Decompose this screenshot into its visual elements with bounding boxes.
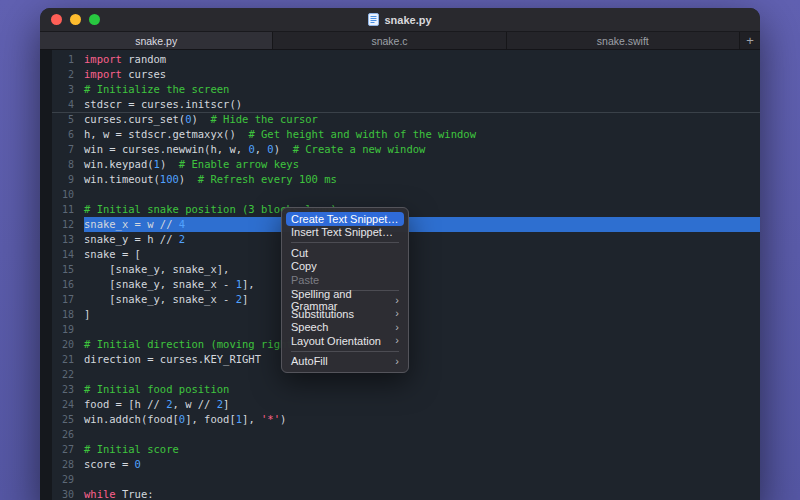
code-text: snake_y = h // 2 xyxy=(84,232,760,247)
menu-item-insert-text-snippet[interactable]: Insert Text Snippet… xyxy=(286,226,404,240)
menu-item-label: AutoFill xyxy=(291,355,328,367)
code-text: snake = [ xyxy=(84,247,760,262)
code-text: win.addch(food[0], food[1], '*') xyxy=(84,412,760,427)
code-text: ] xyxy=(84,307,760,322)
code-text: direction = curses.KEY_RIGHT xyxy=(84,352,760,367)
title-bar[interactable]: snake.py xyxy=(40,8,760,32)
code-line-25[interactable]: 25win.addch(food[0], food[1], '*') xyxy=(52,412,760,427)
line-number: 26 xyxy=(52,427,84,442)
menu-item-create-text-snippet[interactable]: Create Text Snippet… xyxy=(286,212,404,226)
menu-item-label: Substitutions xyxy=(291,308,354,320)
code-text xyxy=(84,187,760,202)
document-icon xyxy=(368,13,379,26)
code-text: # Initial food position xyxy=(84,382,760,397)
line-number: 25 xyxy=(52,412,84,427)
code-text: # Initial snake position (3 blocks long) xyxy=(84,202,760,217)
code-text xyxy=(84,472,760,487)
line-number: 7 xyxy=(52,142,84,157)
code-text: # Initial score xyxy=(84,442,760,457)
line-number: 8 xyxy=(52,157,84,172)
code-text: stdscr = curses.initscr() xyxy=(84,97,760,112)
line-number: 12 xyxy=(52,217,84,232)
code-line-9[interactable]: 9win.timeout(100) # Refresh every 100 ms xyxy=(52,172,760,187)
menu-item-label: Layout Orientation xyxy=(291,335,381,347)
line-number: 28 xyxy=(52,457,84,472)
line-number: 15 xyxy=(52,262,84,277)
line-number: 6 xyxy=(52,127,84,142)
code-text: [snake_y, snake_x], xyxy=(84,262,760,277)
menu-item-layout-orientation[interactable]: Layout Orientation› xyxy=(286,334,404,348)
window-title: snake.py xyxy=(384,14,431,26)
menu-item-autofill[interactable]: AutoFill› xyxy=(286,355,404,369)
menu-item-cut[interactable]: Cut xyxy=(286,246,404,260)
submenu-chevron-icon: › xyxy=(395,335,399,346)
tab-snake-c[interactable]: snake.c xyxy=(273,32,506,49)
tab-bar: snake.pysnake.csnake.swift+ xyxy=(40,32,760,50)
menu-item-label: Insert Text Snippet… xyxy=(291,226,393,238)
menu-item-label: Create Text Snippet… xyxy=(291,213,398,225)
line-number: 24 xyxy=(52,397,84,412)
menu-item-spelling-and-grammar[interactable]: Spelling and Grammar› xyxy=(286,294,404,308)
code-line-1[interactable]: 1import random xyxy=(52,52,760,67)
line-number: 1 xyxy=(52,52,84,67)
context-menu: Create Text Snippet…Insert Text Snippet…… xyxy=(281,207,409,373)
editor-left-strip xyxy=(40,50,52,500)
code-line-28[interactable]: 28score = 0 xyxy=(52,457,760,472)
submenu-chevron-icon: › xyxy=(395,295,399,306)
code-text xyxy=(84,322,760,337)
code-line-3[interactable]: 3# Initialize the screen xyxy=(52,82,760,97)
tab-snake-py[interactable]: snake.py xyxy=(40,32,273,49)
menu-item-label: Paste xyxy=(291,274,319,286)
line-number: 16 xyxy=(52,277,84,292)
code-text: # Initial direction (moving right) xyxy=(84,337,760,352)
code-text: curses.curs_set(0) # Hide the cursor xyxy=(84,112,760,127)
code-text xyxy=(84,367,760,382)
code-line-4[interactable]: 4stdscr = curses.initscr() xyxy=(52,97,760,112)
code-text: import curses xyxy=(84,67,760,82)
line-number: 14 xyxy=(52,247,84,262)
code-text xyxy=(84,427,760,442)
code-line-7[interactable]: 7win = curses.newwin(h, w, 0, 0) # Creat… xyxy=(52,142,760,157)
line-number: 21 xyxy=(52,352,84,367)
submenu-chevron-icon: › xyxy=(395,322,399,333)
line-number: 2 xyxy=(52,67,84,82)
code-line-24[interactable]: 24food = [h // 2, w // 2] xyxy=(52,397,760,412)
code-text: win.timeout(100) # Refresh every 100 ms xyxy=(84,172,760,187)
line-number: 5 xyxy=(52,112,84,127)
code-text: h, w = stdscr.getmaxyx() # Get height an… xyxy=(84,127,760,142)
code-text: win = curses.newwin(h, w, 0, 0) # Create… xyxy=(84,142,760,157)
desktop: { "titlebar": { "title": "snake.py" }, "… xyxy=(0,0,800,500)
code-line-6[interactable]: 6h, w = stdscr.getmaxyx() # Get height a… xyxy=(52,127,760,142)
code-text: while True: xyxy=(84,487,760,500)
line-number: 11 xyxy=(52,202,84,217)
code-line-26[interactable]: 26 xyxy=(52,427,760,442)
line-number: 29 xyxy=(52,472,84,487)
title-area: snake.py xyxy=(40,8,760,31)
code-line-29[interactable]: 29 xyxy=(52,472,760,487)
menu-item-label: Speech xyxy=(291,321,328,333)
line-number: 22 xyxy=(52,367,84,382)
code-line-23[interactable]: 23# Initial food position xyxy=(52,382,760,397)
add-tab-button[interactable]: + xyxy=(740,32,760,49)
code-line-30[interactable]: 30while True: xyxy=(52,487,760,500)
menu-item-speech[interactable]: Speech› xyxy=(286,321,404,335)
submenu-chevron-icon: › xyxy=(395,308,399,319)
code-line-27[interactable]: 27# Initial score xyxy=(52,442,760,457)
code-text: win.keypad(1) # Enable arrow keys xyxy=(84,157,760,172)
line-number: 10 xyxy=(52,187,84,202)
line-number: 23 xyxy=(52,382,84,397)
menu-separator xyxy=(291,242,399,243)
tab-snake-swift[interactable]: snake.swift xyxy=(507,32,740,49)
line-number: 17 xyxy=(52,292,84,307)
code-line-8[interactable]: 8win.keypad(1) # Enable arrow keys xyxy=(52,157,760,172)
line-number: 13 xyxy=(52,232,84,247)
code-line-2[interactable]: 2import curses xyxy=(52,67,760,82)
line-number: 30 xyxy=(52,487,84,500)
code-text: food = [h // 2, w // 2] xyxy=(84,397,760,412)
code-line-10[interactable]: 10 xyxy=(52,187,760,202)
menu-separator xyxy=(291,351,399,352)
code-line-5[interactable]: 5curses.curs_set(0) # Hide the cursor xyxy=(52,112,760,127)
menu-item-label: Copy xyxy=(291,260,317,272)
menu-item-copy[interactable]: Copy xyxy=(286,260,404,274)
code-text: score = 0 xyxy=(84,457,760,472)
